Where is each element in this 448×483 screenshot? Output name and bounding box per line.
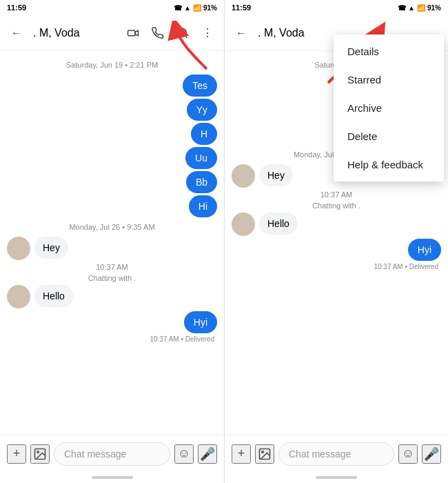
top-bar-left: ← . M, Voda ⋮ [0,15,224,51]
avatar-left-2 [7,285,30,308]
bubble-row-yy: Yy [7,99,217,121]
bubble-row-hyi-right: Hyi [232,239,441,261]
status-icons-right: ☎ ▲ 📶 91% [398,4,441,12]
menu-item-delete[interactable]: Delete [334,122,444,150]
chat-input-left[interactable]: Chat message [54,442,170,466]
top-icons-left: ⋮ [122,22,218,44]
phone-icon[interactable] [147,22,169,44]
emoji-button-left[interactable]: ☺ [174,444,194,464]
home-indicator-right [225,472,448,483]
status-icons-left: ☎ ▲ 📶 91% [174,4,217,12]
svg-rect-0 [128,30,136,36]
bubble-hyi-left: Hyi [184,311,217,333]
msg-text-hey-left: Hey [34,237,68,259]
avatar-right-2 [232,213,255,236]
add-button-left[interactable]: + [7,444,26,464]
bubble-bb: Bb [186,171,217,193]
system-chatting-left: Chatting with . [7,274,217,282]
msg-hello-left: Hello [7,285,217,308]
system-time-left: 10:37 AM [7,263,217,271]
chat-area-left: Saturday, Jun 19 • 2:21 PM Tes Yy H Uu B… [0,51,224,435]
bubble-row-bb: Bb [7,171,217,193]
bubble-yy: Yy [187,99,217,121]
bubble-row-h: H [7,123,217,145]
delivered-right: 10:37 AM • Delivered [232,263,441,270]
bubble-row-uu: Uu [7,147,217,169]
msg-text-hello-left: Hello [34,285,73,307]
chat-input-right[interactable]: Chat message [278,442,394,466]
msg-hey-left: Hey [7,237,217,260]
back-button-left[interactable]: ← [6,22,28,44]
attach-button-left[interactable] [30,444,50,464]
home-indicator-left [0,472,224,483]
time-right: 11:59 [232,3,251,12]
bubble-row-hyi-left: Hyi [7,311,217,333]
home-bar-left [92,476,133,479]
dropdown-menu: Details Starred Archive Delete Help & fe… [334,34,444,181]
bubble-row-tes: Tes [7,75,217,97]
svg-point-5 [37,451,39,453]
bubble-row-hi: Hi [7,195,217,217]
menu-item-starred[interactable]: Starred [334,66,444,94]
msg-text-hello-right: Hello [259,213,298,235]
msg-hello-right: Hello [232,213,441,236]
add-button-right[interactable]: + [232,444,251,464]
date-sep-2-left: Monday, Jul 26 • 9:35 AM [7,223,217,231]
back-button-right[interactable]: ← [230,22,252,44]
bubble-h: H [191,123,217,145]
home-bar-right [316,476,357,479]
video-icon[interactable] [122,22,144,44]
svg-point-8 [262,451,264,453]
menu-item-archive[interactable]: Archive [334,94,444,122]
status-bar-right: 11:59 ☎ ▲ 📶 91% [225,0,448,15]
system-time-right: 10:37 AM [232,190,441,199]
left-panel: 11:59 ☎ ▲ 📶 91% ← . M, Voda ⋮ Saturday, … [0,0,224,483]
attach-button-right[interactable] [255,444,274,464]
svg-point-2 [178,28,186,37]
right-panel: 11:59 ☎ ▲ 📶 91% ← . M, Voda Saturday, Ju… [224,0,448,483]
svg-marker-1 [135,30,139,36]
menu-item-details[interactable]: Details [334,37,444,66]
emoji-button-right[interactable]: ☺ [398,444,418,464]
avatar-left-1 [7,237,30,260]
svg-line-3 [185,35,187,37]
chat-title-left: . M, Voda [28,27,122,39]
msg-text-hey-right: Hey [259,164,293,186]
mic-button-left[interactable]: 🎤 [198,444,217,464]
delivered-left: 10:37 AM • Delivered [7,335,217,343]
search-icon-left[interactable] [172,22,194,44]
time-left: 11:59 [7,3,26,12]
avatar-right-1 [232,164,255,188]
more-icon-left[interactable]: ⋮ [196,22,218,44]
bottom-bar-right: + Chat message ☺ 🎤 [225,435,448,472]
bubble-uu: Uu [185,147,217,169]
bubble-tes: Tes [183,75,217,97]
status-bar-left: 11:59 ☎ ▲ 📶 91% [0,0,224,15]
bottom-bar-left: + Chat message ☺ 🎤 [0,435,224,472]
mic-button-right[interactable]: 🎤 [422,444,441,464]
bubble-hi: Hi [189,195,217,217]
system-chatting-right: Chatting with . [232,201,441,210]
menu-item-help[interactable]: Help & feedback [334,150,444,179]
bubble-hyi-right: Hyi [408,239,441,261]
date-sep-1-left: Saturday, Jun 19 • 2:21 PM [7,61,217,69]
